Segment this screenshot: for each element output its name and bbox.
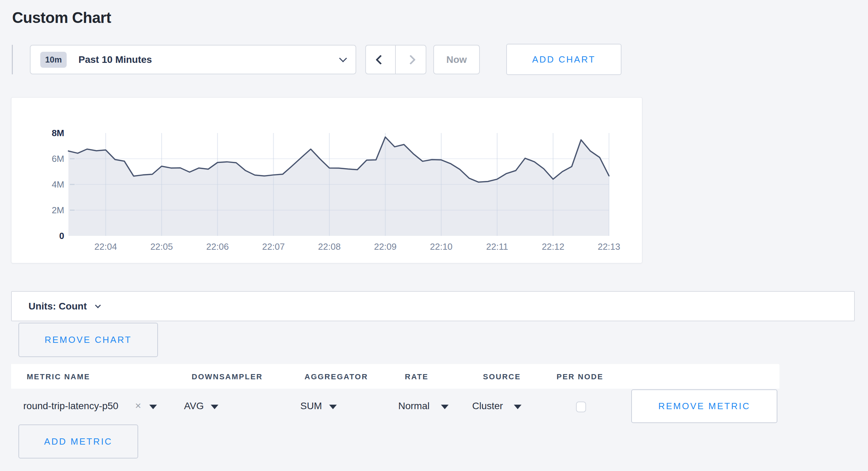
metric-name-dropdown[interactable]: round-trip-latency-p50 xyxy=(23,400,118,412)
metric-row: round-trip-latency-p50 × AVG SUM Normal … xyxy=(11,389,851,423)
chevron-down-icon xyxy=(95,302,101,308)
svg-text:22:11: 22:11 xyxy=(486,241,508,252)
caret-down-icon[interactable] xyxy=(211,405,218,409)
svg-text:22:08: 22:08 xyxy=(318,241,341,252)
svg-text:6M: 6M xyxy=(52,154,64,164)
prev-time-button[interactable] xyxy=(366,46,396,74)
units-label: Units: Count xyxy=(28,301,87,312)
timeseries-area-chart: 02M4M6M8M22:0422:0522:0622:0722:0822:092… xyxy=(11,98,642,263)
caret-down-icon[interactable] xyxy=(441,405,449,409)
per-node-checkbox[interactable] xyxy=(576,402,586,412)
svg-text:4M: 4M xyxy=(52,179,64,190)
remove-metric-button[interactable]: REMOVE METRIC xyxy=(631,389,777,423)
svg-text:22:10: 22:10 xyxy=(430,241,452,252)
svg-text:0: 0 xyxy=(59,231,64,241)
svg-text:22:06: 22:06 xyxy=(206,241,229,252)
column-header-per-node: PER NODE xyxy=(557,372,603,381)
add-chart-button[interactable]: ADD CHART xyxy=(506,44,621,75)
svg-text:22:09: 22:09 xyxy=(374,241,397,252)
svg-text:22:04: 22:04 xyxy=(94,241,117,252)
source-dropdown[interactable]: Cluster xyxy=(472,400,503,412)
svg-text:22:05: 22:05 xyxy=(150,241,173,252)
column-header-aggregator: AGGREGATOR xyxy=(304,372,368,381)
next-time-button[interactable] xyxy=(396,46,426,74)
clear-metric-icon[interactable]: × xyxy=(135,400,141,412)
svg-text:8M: 8M xyxy=(52,128,64,138)
chart-card: 02M4M6M8M22:0422:0522:0622:0722:0822:092… xyxy=(11,97,642,263)
chevron-right-icon xyxy=(406,55,416,64)
column-header-source: SOURCE xyxy=(483,372,521,381)
chevron-left-icon xyxy=(376,55,385,64)
metrics-table-header: METRIC NAME DOWNSAMPLER AGGREGATOR RATE … xyxy=(11,364,779,389)
svg-text:22:12: 22:12 xyxy=(542,241,564,252)
downsampler-dropdown[interactable]: AVG xyxy=(184,400,204,412)
caret-down-icon[interactable] xyxy=(149,405,157,409)
time-nav-group xyxy=(365,45,426,74)
page-title: Custom Chart xyxy=(12,9,111,26)
column-header-downsampler: DOWNSAMPLER xyxy=(192,372,263,381)
rate-dropdown[interactable]: Normal xyxy=(398,400,429,412)
remove-chart-button[interactable]: REMOVE CHART xyxy=(18,323,158,357)
aggregator-dropdown[interactable]: SUM xyxy=(300,400,322,412)
add-metric-button[interactable]: ADD METRIC xyxy=(18,424,138,458)
units-dropdown[interactable]: Units: Count xyxy=(11,291,855,321)
timeframe-label: Past 10 Minutes xyxy=(78,54,340,65)
svg-text:2M: 2M xyxy=(52,205,64,215)
caret-down-icon[interactable] xyxy=(514,405,521,409)
column-header-metric-name: METRIC NAME xyxy=(27,372,90,381)
caret-down-icon[interactable] xyxy=(329,405,337,409)
timeframe-dropdown[interactable]: 10m Past 10 Minutes xyxy=(30,45,356,74)
chevron-down-icon xyxy=(339,54,347,62)
timeframe-badge: 10m xyxy=(40,52,67,68)
column-header-rate: RATE xyxy=(405,372,428,381)
svg-text:22:07: 22:07 xyxy=(262,241,285,252)
svg-text:22:13: 22:13 xyxy=(598,241,620,252)
now-button[interactable]: Now xyxy=(433,45,480,74)
toolbar-left-divider xyxy=(12,45,13,74)
